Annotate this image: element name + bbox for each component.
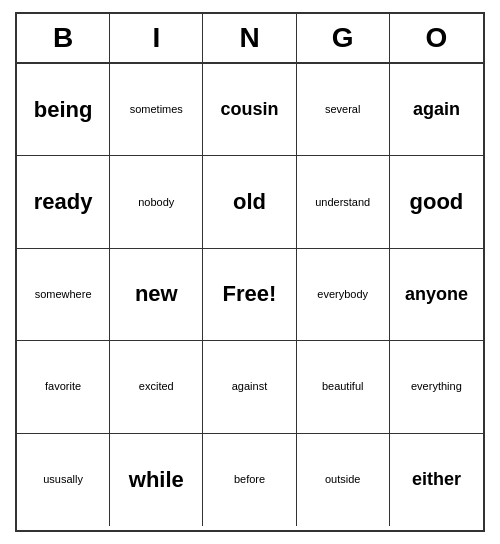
bingo-cell[interactable]: everything bbox=[390, 341, 483, 433]
cell-text: beautiful bbox=[322, 380, 364, 393]
bingo-cell[interactable]: favorite bbox=[17, 341, 110, 433]
bingo-cell[interactable]: cousin bbox=[203, 64, 296, 156]
bingo-cell[interactable]: while bbox=[110, 434, 203, 526]
cell-text: everybody bbox=[317, 288, 368, 301]
bingo-cell[interactable]: outside bbox=[297, 434, 390, 526]
cell-text: either bbox=[412, 469, 461, 491]
bingo-cell[interactable]: Free! bbox=[203, 249, 296, 341]
header-letter-O: O bbox=[390, 14, 483, 62]
bingo-cell[interactable]: somewhere bbox=[17, 249, 110, 341]
bingo-cell[interactable]: several bbox=[297, 64, 390, 156]
bingo-cell[interactable]: before bbox=[203, 434, 296, 526]
cell-text: everything bbox=[411, 380, 462, 393]
bingo-cell[interactable]: ususally bbox=[17, 434, 110, 526]
bingo-cell[interactable]: understand bbox=[297, 156, 390, 248]
cell-text: favorite bbox=[45, 380, 81, 393]
bingo-header: BINGO bbox=[17, 14, 483, 64]
bingo-cell[interactable]: being bbox=[17, 64, 110, 156]
cell-text: Free! bbox=[223, 281, 277, 307]
bingo-cell[interactable]: everybody bbox=[297, 249, 390, 341]
bingo-cell[interactable]: excited bbox=[110, 341, 203, 433]
bingo-cell[interactable]: either bbox=[390, 434, 483, 526]
header-letter-G: G bbox=[297, 14, 390, 62]
cell-text: while bbox=[129, 467, 184, 493]
cell-text: sometimes bbox=[130, 103, 183, 116]
bingo-cell[interactable]: ready bbox=[17, 156, 110, 248]
bingo-cell[interactable]: old bbox=[203, 156, 296, 248]
bingo-grid: beingsometimescousinseveralagainreadynob… bbox=[17, 64, 483, 526]
cell-text: being bbox=[34, 97, 93, 123]
cell-text: before bbox=[234, 473, 265, 486]
cell-text: again bbox=[413, 99, 460, 121]
bingo-cell[interactable]: against bbox=[203, 341, 296, 433]
bingo-cell[interactable]: anyone bbox=[390, 249, 483, 341]
bingo-cell[interactable]: again bbox=[390, 64, 483, 156]
cell-text: old bbox=[233, 189, 266, 215]
cell-text: ususally bbox=[43, 473, 83, 486]
bingo-card: BINGO beingsometimescousinseveralagainre… bbox=[15, 12, 485, 532]
bingo-cell[interactable]: sometimes bbox=[110, 64, 203, 156]
header-letter-B: B bbox=[17, 14, 110, 62]
bingo-cell[interactable]: nobody bbox=[110, 156, 203, 248]
cell-text: outside bbox=[325, 473, 360, 486]
cell-text: good bbox=[410, 189, 464, 215]
cell-text: against bbox=[232, 380, 267, 393]
cell-text: several bbox=[325, 103, 360, 116]
cell-text: somewhere bbox=[35, 288, 92, 301]
cell-text: new bbox=[135, 281, 178, 307]
cell-text: understand bbox=[315, 196, 370, 209]
cell-text: nobody bbox=[138, 196, 174, 209]
cell-text: anyone bbox=[405, 284, 468, 306]
cell-text: cousin bbox=[220, 99, 278, 121]
header-letter-I: I bbox=[110, 14, 203, 62]
header-letter-N: N bbox=[203, 14, 296, 62]
bingo-cell[interactable]: good bbox=[390, 156, 483, 248]
cell-text: ready bbox=[34, 189, 93, 215]
bingo-cell[interactable]: new bbox=[110, 249, 203, 341]
cell-text: excited bbox=[139, 380, 174, 393]
bingo-cell[interactable]: beautiful bbox=[297, 341, 390, 433]
